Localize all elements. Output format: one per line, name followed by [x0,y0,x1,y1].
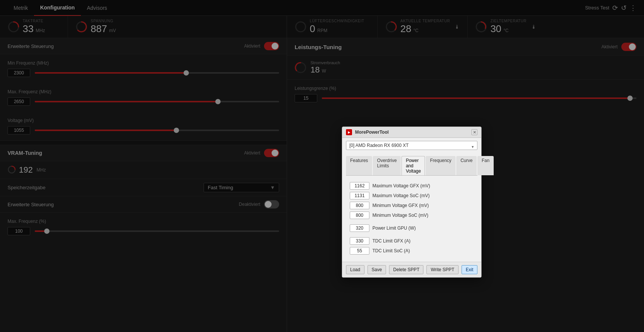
dialog-body: [0] AMD Radeon RX 6900 XT Features Overd… [342,138,481,262]
field-min-voltage-soc: Minimum Voltage SoC (mV) [346,210,477,220]
field-max-voltage-soc: Maximum Voltage SoC (mV) [346,191,477,201]
tab-overdrive-limits[interactable]: Overdrive Limits [373,156,401,175]
min-voltage-soc-label: Minimum Voltage SoC (mV) [372,213,428,218]
delete-sppt-button[interactable]: Delete SPPT [389,265,423,274]
min-voltage-soc-input[interactable] [350,212,369,219]
tab-frequency[interactable]: Frequency [426,156,456,175]
tdc-limit-soc-input[interactable] [350,247,369,255]
dialog-titlebar: ▶ MorePowerTool ✕ [342,127,481,138]
exit-button[interactable]: Exit [462,265,477,274]
field-tdc-limit-soc: TDC Limit SoC (A) [346,246,477,256]
min-voltage-gfx-label: Minimum Voltage GFX (mV) [372,203,429,208]
tab-power-voltage[interactable]: Power and Voltage [402,156,425,175]
power-limit-gpu-label: Power Limit GPU (W) [372,225,416,231]
max-voltage-gfx-label: Maximum Voltage GFX (mV) [372,183,430,188]
tab-features[interactable]: Features [346,156,372,175]
field-power-limit-gpu: Power Limit GPU (W) [346,223,477,233]
dialog-footer: Load Save Delete SPPT Write SPPT Exit [342,262,481,277]
save-button[interactable]: Save [368,265,386,274]
gpu-select[interactable]: [0] AMD Radeon RX 6900 XT [346,141,477,150]
max-voltage-gfx-input[interactable] [350,182,369,190]
max-voltage-soc-label: Maximum Voltage SoC (mV) [372,193,429,198]
dialog-tabs: Features Overdrive Limits Power and Volt… [346,156,477,176]
tdc-limit-gfx-input[interactable] [350,237,369,245]
amd-icon: ▶ [346,129,352,135]
field-max-voltage-gfx: Maximum Voltage GFX (mV) [346,181,477,191]
morepowertool-dialog: ▶ MorePowerTool ✕ [0] AMD Radeon RX 6900… [342,127,482,278]
dialog-title: MorePowerTool [355,130,468,135]
field-tdc-limit-gfx: TDC Limit GFX (A) [346,236,477,246]
tab-fan[interactable]: Fan [477,156,494,175]
min-voltage-gfx-input[interactable] [350,202,369,209]
dialog-content: Maximum Voltage GFX (mV) Maximum Voltage… [346,179,477,259]
max-voltage-soc-input[interactable] [350,192,369,199]
dialog-overlay: ▶ MorePowerTool ✕ [0] AMD Radeon RX 6900… [0,0,644,332]
tdc-limit-soc-label: TDC Limit SoC (A) [372,248,410,253]
field-min-voltage-gfx: Minimum Voltage GFX (mV) [346,201,477,210]
separator-1 [346,220,477,223]
separator-2 [346,233,477,236]
dialog-close-button[interactable]: ✕ [471,129,477,135]
write-sppt-button[interactable]: Write SPPT [426,265,458,274]
gpu-select-wrap: [0] AMD Radeon RX 6900 XT [346,141,477,153]
load-button[interactable]: Load [346,265,364,274]
power-limit-gpu-input[interactable] [350,224,369,232]
tab-curve[interactable]: Curve [456,156,477,175]
tdc-limit-gfx-label: TDC Limit GFX (A) [372,238,411,244]
